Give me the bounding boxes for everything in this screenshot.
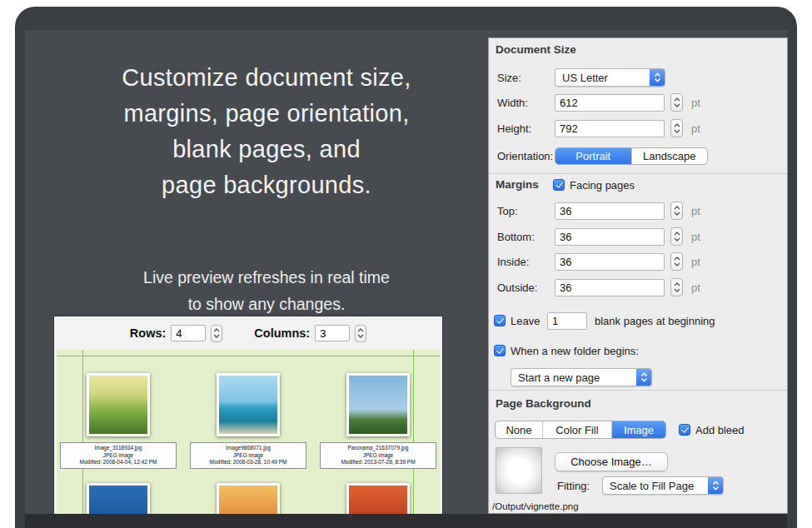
thumbnail-row: Image_3118934.jpg JPEG image Modified: 2… xyxy=(57,373,440,469)
headline: Customize document size, margins, page o… xyxy=(50,60,483,203)
new-folder-action-popup[interactable]: Start a new page xyxy=(511,368,652,386)
add-bleed-checkbox[interactable] xyxy=(679,424,690,436)
choose-image-button[interactable]: Choose Image… xyxy=(555,452,668,471)
photo-thumbnail-palms xyxy=(346,373,410,436)
margin-top-input[interactable] xyxy=(555,202,665,220)
height-stepper[interactable] xyxy=(670,119,683,137)
new-folder-action-value: Start a new page xyxy=(518,371,600,384)
fitting-popup[interactable]: Scale to Fill Page xyxy=(602,476,724,495)
columns-input[interactable] xyxy=(315,325,350,341)
margin-top-stepper[interactable] xyxy=(670,202,683,220)
add-bleed-label: Add bleed xyxy=(695,424,745,436)
blank-pages-suffix-label: blank pages at beginning xyxy=(595,315,715,327)
margin-inside-label: Inside: xyxy=(497,256,529,268)
preview-toolbar: Rows: Columns: xyxy=(54,316,442,350)
laptop-display-frame: Customize document size, margins, page o… xyxy=(15,7,797,528)
headline-line: blank pages, and xyxy=(50,132,483,167)
image-cell xyxy=(59,483,177,514)
background-image-segment[interactable]: Image xyxy=(611,421,665,438)
settings-panel: Document Size Size: US Letter Width: pt … xyxy=(488,37,788,514)
height-label: Height: xyxy=(497,122,531,135)
margin-bottom-unit: pt xyxy=(691,231,700,243)
orientation-label: Orientation: xyxy=(497,150,553,162)
output-path-label: /Output/vignette.png xyxy=(492,501,579,511)
image-caption: Image9668071.jpg JPEG image Modified: 20… xyxy=(190,442,306,469)
photo-thumbnail-tree xyxy=(87,373,150,436)
caption-kind: JPEG image xyxy=(191,452,306,460)
blank-pages-count-input[interactable] xyxy=(547,312,587,330)
leave-blank-pages-checkbox[interactable] xyxy=(494,315,506,326)
document-size-header: Document Size xyxy=(496,43,576,56)
margin-inside-stepper[interactable] xyxy=(670,252,683,271)
margin-top-label: Top: xyxy=(497,205,518,217)
thumbnail-row xyxy=(57,483,440,514)
caption-modified: Modified: 2008-03-28, 10:49 PM xyxy=(191,459,306,466)
margin-inside-unit: pt xyxy=(691,256,700,268)
stepper-arrows-icon xyxy=(213,327,220,339)
section-divider xyxy=(489,390,787,391)
caption-filename: Image_3118934.jpg xyxy=(61,445,176,452)
photo-thumbnail-water xyxy=(87,483,150,514)
popup-arrows-icon xyxy=(708,477,723,494)
image-cell xyxy=(189,483,307,514)
leave-label: Leave xyxy=(511,315,540,327)
margin-bottom-stepper[interactable] xyxy=(670,227,683,246)
caption-modified: Modified: 2008-04-04, 12:42 PM xyxy=(61,459,176,466)
fitting-label: Fitting: xyxy=(557,480,590,492)
margin-bottom-input[interactable] xyxy=(555,228,665,246)
background-mode-segmented-control: None Color Fill Image xyxy=(495,421,666,439)
headline-line: page backgrounds. xyxy=(50,167,483,203)
background-image-thumbnail xyxy=(496,447,542,494)
new-folder-checkbox[interactable] xyxy=(494,345,506,356)
background-color-fill-segment[interactable]: Color Fill xyxy=(542,421,611,438)
background-none-segment[interactable]: None xyxy=(496,421,542,438)
photo-thumbnail-beach xyxy=(217,373,280,436)
popup-arrows-icon xyxy=(636,369,651,386)
fitting-popup-value: Scale to Fill Page xyxy=(610,480,694,492)
width-input[interactable] xyxy=(555,94,665,112)
margin-outside-input[interactable] xyxy=(555,279,665,296)
stepper-arrows-icon xyxy=(674,256,680,267)
caption-kind: JPEG image xyxy=(321,452,436,460)
stepper-arrows-icon xyxy=(674,122,680,134)
image-cell xyxy=(319,483,437,514)
stepper-arrows-icon xyxy=(674,205,680,217)
size-popup[interactable]: US Letter xyxy=(555,68,665,87)
size-popup-value: US Letter xyxy=(562,72,608,84)
orientation-segmented-control: Portrait Landscape xyxy=(555,147,708,165)
page-preview-canvas: Image_3118934.jpg JPEG image Modified: 2… xyxy=(57,350,440,514)
rows-stepper[interactable] xyxy=(211,325,222,342)
width-label: Width: xyxy=(497,97,528,109)
popup-arrows-icon xyxy=(650,69,665,86)
facing-pages-checkbox[interactable] xyxy=(553,179,565,191)
image-cell: Image9668071.jpg JPEG image Modified: 20… xyxy=(189,373,307,469)
subheadline-line: Live preview refreshes in real time xyxy=(50,264,483,291)
orientation-portrait-segment[interactable]: Portrait xyxy=(555,148,631,164)
rows-input[interactable] xyxy=(171,325,206,341)
headline-line: Customize document size, xyxy=(50,60,483,96)
columns-label: Columns: xyxy=(254,326,310,340)
caption-filename: Panorama_21637079.jpg xyxy=(321,445,436,452)
new-folder-label: When a new folder begins: xyxy=(511,345,639,357)
headline-line: margins, page orientation, xyxy=(50,96,483,132)
marketing-screenshot: Customize document size, margins, page o… xyxy=(0,0,812,528)
margins-header: Margins xyxy=(496,178,539,191)
display-bottom-bezel xyxy=(25,514,787,528)
photo-thumbnail-red-sunset xyxy=(346,483,410,514)
stepper-arrows-icon xyxy=(674,281,680,293)
margin-outside-unit: pt xyxy=(691,281,700,294)
margin-outside-stepper[interactable] xyxy=(670,278,683,296)
caption-filename: Image9668071.jpg xyxy=(191,445,306,452)
facing-pages-label: Facing pages xyxy=(570,179,635,192)
columns-stepper[interactable] xyxy=(355,325,366,342)
image-caption: Panorama_21637079.jpg JPEG image Modifie… xyxy=(320,442,436,469)
orientation-landscape-segment[interactable]: Landscape xyxy=(631,148,708,164)
margin-bottom-label: Bottom: xyxy=(497,231,535,243)
subheadline-line: to show any changes. xyxy=(50,291,483,317)
width-stepper[interactable] xyxy=(670,93,683,112)
margin-inside-input[interactable] xyxy=(555,253,665,271)
screen: Customize document size, margins, page o… xyxy=(25,30,787,514)
height-input[interactable] xyxy=(555,120,665,137)
caption-kind: JPEG image xyxy=(61,452,176,460)
margin-outside-label: Outside: xyxy=(497,281,537,294)
